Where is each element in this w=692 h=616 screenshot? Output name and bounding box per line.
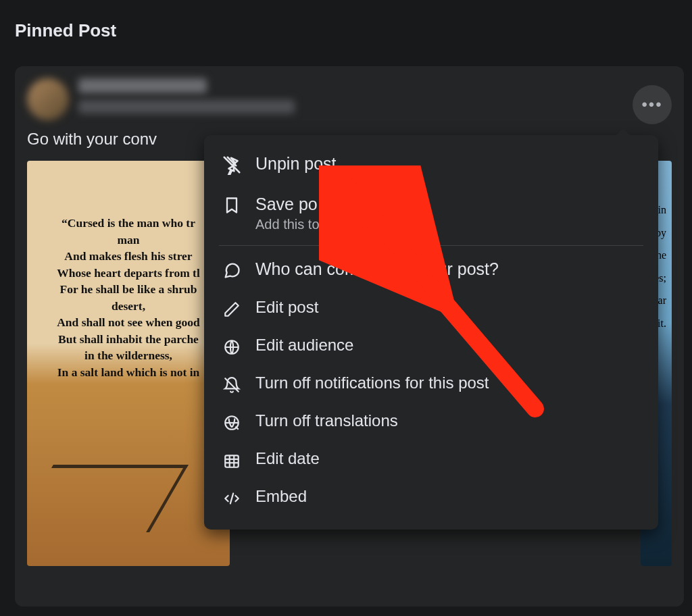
menu-item-embed[interactable]: Embed bbox=[211, 480, 651, 517]
menu-item-turn-off-notifications[interactable]: Turn off notifications for this post bbox=[211, 366, 651, 404]
comment-icon bbox=[220, 259, 243, 282]
section-title: Pinned Post bbox=[0, 0, 692, 41]
post-header: ••• bbox=[27, 78, 672, 120]
menu-item-who-can-comment[interactable]: Who can commen on your post? bbox=[211, 250, 651, 290]
menu-item-edit-audience[interactable]: Edit audience bbox=[211, 328, 651, 366]
svg-rect-4 bbox=[225, 455, 239, 467]
menu-label: Save po bbox=[255, 194, 642, 214]
menu-item-save[interactable]: Save po Add this to yo aved items. bbox=[211, 185, 651, 241]
unpin-icon bbox=[220, 153, 243, 176]
menu-label: Edit date bbox=[255, 449, 642, 469]
bell-off-icon bbox=[220, 374, 243, 396]
image1-railing bbox=[27, 465, 189, 532]
post-options-button[interactable]: ••• bbox=[633, 85, 672, 124]
globe-icon bbox=[220, 336, 243, 359]
menu-label: Who can commen on your post? bbox=[255, 259, 642, 279]
translate-icon bbox=[220, 411, 243, 434]
post-image-1[interactable]: “Cursed is the man who tr man And makes … bbox=[27, 161, 230, 566]
menu-label: Edit post bbox=[255, 298, 642, 317]
menu-separator bbox=[219, 245, 643, 246]
svg-line-9 bbox=[230, 493, 233, 503]
ellipsis-icon: ••• bbox=[641, 95, 662, 114]
calendar-icon bbox=[220, 449, 243, 472]
menu-sublabel: Add this to yo aved items. bbox=[255, 217, 642, 232]
menu-item-edit-date[interactable]: Edit date bbox=[211, 442, 651, 480]
bookmark-icon bbox=[220, 194, 243, 217]
menu-label: Unpin post bbox=[255, 153, 642, 174]
menu-label: Turn off translations bbox=[255, 411, 642, 431]
menu-item-unpin[interactable]: Unpin post bbox=[211, 145, 651, 185]
post-meta-redacted bbox=[78, 100, 295, 113]
menu-label: Turn off notifications for this post bbox=[255, 374, 642, 393]
code-icon bbox=[220, 487, 243, 510]
author-block bbox=[78, 78, 672, 113]
author-name-redacted[interactable] bbox=[78, 78, 207, 93]
pencil-icon bbox=[220, 298, 243, 321]
post-options-menu: Unpin post Save po Add this to yo aved i… bbox=[204, 135, 658, 530]
image1-text: “Cursed is the man who tr man And makes … bbox=[32, 215, 224, 380]
menu-label: Edit audience bbox=[255, 336, 642, 355]
menu-label: Embed bbox=[255, 487, 642, 507]
menu-item-edit-post[interactable]: Edit post bbox=[211, 290, 651, 328]
menu-item-turn-off-translations[interactable]: Turn off translations bbox=[211, 404, 651, 442]
avatar[interactable] bbox=[27, 78, 69, 120]
